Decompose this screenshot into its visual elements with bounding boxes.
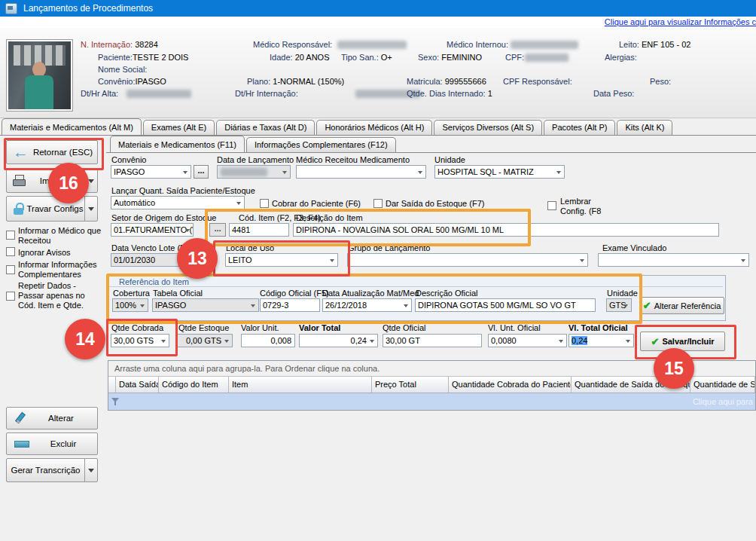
- column-data-saida[interactable]: Data Saída: [116, 377, 159, 393]
- data-lancamento-label: Data de Lançamento: [217, 155, 294, 164]
- imprimir-button[interactable]: Imprimir: [6, 169, 98, 193]
- vl-unt-oficial-combo[interactable]: 0,0080: [488, 334, 567, 347]
- redacted-value: [525, 53, 569, 62]
- grid-indicator-column: [108, 377, 116, 393]
- field-peso: Peso:: [650, 77, 671, 86]
- tab-exames[interactable]: Exames (Alt E): [143, 120, 215, 135]
- cobertura-label: Cobertura: [113, 289, 150, 298]
- descricao-item-input[interactable]: DIPIRONA - NOVALGINA SOL ORAL 500 MG/ML …: [293, 223, 719, 237]
- alterar-referencia-button[interactable]: ✔ Alterar Referência: [639, 297, 724, 314]
- tab-servicos-diversos[interactable]: Serviços Diversos (Alt S): [434, 120, 542, 135]
- lancar-quant-combo[interactable]: Automático: [111, 196, 245, 209]
- window-title: Lançamentos de Procedimentos: [23, 3, 153, 14]
- field-cpf-responsavel: CPF Responsável:: [503, 77, 572, 86]
- tab-materiais-medicamentos[interactable]: Materiais e Medicamentos (Alt M): [2, 118, 142, 135]
- column-preco-total[interactable]: Preço Total: [372, 377, 449, 393]
- column-item[interactable]: Item: [229, 377, 372, 393]
- convenio-combo[interactable]: IPASGO: [111, 165, 191, 179]
- inner-tab-strip: Materiais e Medicamentos (F11) Informaçõ…: [110, 137, 398, 152]
- cod-item-browse-button[interactable]: ...: [209, 223, 226, 237]
- data-vencto-input[interactable]: 01/01/2030: [111, 253, 181, 267]
- setor-combo[interactable]: 01.FATURAMENTO (VIR: [111, 223, 194, 237]
- vl-total-oficial-label: Vl. Total Oficial: [569, 323, 628, 332]
- data-atualizacao-combo[interactable]: 26/12/2018: [322, 298, 412, 312]
- qtde-oficial-input[interactable]: 30,00 GT: [383, 334, 482, 347]
- qtde-cobrada-combo[interactable]: 30,00 GTS: [111, 334, 169, 347]
- excluir-button[interactable]: Excluir: [6, 432, 98, 455]
- patient-photo: [6, 39, 73, 112]
- checkbox-cobrar-paciente[interactable]: [260, 199, 269, 208]
- checkbox-informar-complementares[interactable]: [6, 265, 15, 274]
- vl-total-oficial-combo[interactable]: 0,24: [569, 334, 634, 347]
- check-icon: ✔: [643, 300, 651, 311]
- tab-materiais-f11[interactable]: Materiais e Medicamentos (F11): [110, 136, 245, 152]
- valor-unit-input[interactable]: 0,008: [241, 334, 295, 347]
- checkbox-lembrar-config-label: Lembrar Config. (F8: [560, 197, 607, 216]
- checkbox-lembrar-config[interactable]: [547, 201, 556, 210]
- column-codigo-item[interactable]: Código do Item: [159, 377, 229, 393]
- tab-complementares-f12[interactable]: Informações Complementares (F12): [246, 137, 396, 152]
- checkbox-dar-saida-label: Dar Saída do Estoque (F7): [386, 199, 484, 208]
- grupo-lancamento-combo[interactable]: [347, 253, 588, 267]
- field-leito: Leito: ENF 105 - 02: [619, 40, 690, 49]
- medico-receitou-label: Médico Receitou Medicamento: [296, 155, 410, 164]
- tab-pacotes[interactable]: Pacotes (Alt P): [544, 120, 615, 135]
- gerar-transcricao-dropdown[interactable]: [84, 459, 97, 481]
- checkbox-ignorar-avisos[interactable]: [6, 247, 15, 256]
- field-sexo: Sexo: FEMININO: [418, 53, 482, 62]
- annotation-circle-14: 14: [65, 319, 105, 359]
- codigo-oficial-input[interactable]: 0729-3: [260, 298, 320, 312]
- items-grid: Arraste uma coluna aqui para agrupa-la. …: [108, 360, 756, 411]
- descricao-oficial-input[interactable]: DIPIRONA GOTAS 500 MG/ML SO VO GT: [415, 298, 596, 312]
- travar-dropdown[interactable]: [84, 197, 97, 221]
- field-plano: Plano: 1-NORMAL (150%): [247, 77, 344, 86]
- grupo-lancamento-label: Grupo de Lançamento: [348, 243, 430, 252]
- checkbox-informar-medico-label: Informar o Médico que Receitou: [18, 226, 102, 246]
- cobertura-combo[interactable]: 100%: [112, 298, 148, 312]
- salvar-incluir-button[interactable]: ✔ Salvar/Incluir: [640, 332, 725, 351]
- qtde-cobrada-label: Qtde Cobrada: [111, 323, 163, 332]
- travar-configs-button[interactable]: Travar Configs: [6, 196, 98, 222]
- column-qtd-cobrada-paciente[interactable]: Quantidade Cobrada do Paciente: [449, 377, 572, 393]
- field-matricula: Matricula: 999555666: [407, 77, 486, 86]
- gerar-transcricao-button[interactable]: Gerar Transcrição: [6, 458, 98, 482]
- valor-unit-label: Valor Unit.: [241, 323, 279, 332]
- medico-receitou-combo[interactable]: [296, 165, 426, 179]
- grid-group-bar[interactable]: Arraste uma coluna aqui para agrupa-la. …: [108, 361, 755, 377]
- checkbox-informar-complementares-label: Informar Informações Complementares: [18, 260, 102, 280]
- exame-vinculado-combo[interactable]: [598, 253, 749, 267]
- inner-tab-divider: [106, 152, 756, 153]
- field-tipo-san: Tipo San.: O+: [341, 53, 392, 62]
- app-icon: [5, 3, 17, 14]
- descricao-oficial-label: Descrição Oficial: [416, 289, 478, 298]
- checkbox-repetir-dados-label: Repetir Dados - Passar apenas no Cód. It…: [18, 281, 102, 310]
- tabela-oficial-label: Tabela Oficial: [153, 289, 203, 298]
- unidade-oficial-combo[interactable]: GTS: [606, 298, 632, 312]
- qtde-estoque-combo[interactable]: 0,00 GTS: [177, 334, 233, 347]
- local-uso-combo[interactable]: LEITO: [225, 253, 338, 267]
- grid-filter-row[interactable]: Clique aqui para: [108, 393, 755, 411]
- convenio-browse-button[interactable]: ...: [194, 165, 209, 179]
- tabela-oficial-combo[interactable]: IPASGO: [152, 298, 259, 312]
- column-qtd-sa[interactable]: Quantidade de Sa: [690, 377, 755, 393]
- checkbox-repetir-dados[interactable]: [6, 292, 15, 301]
- field-nome-social: Nome Social:: [98, 65, 147, 74]
- tab-diarias-taxas[interactable]: Diárias e Taxas (Alt D): [216, 120, 315, 135]
- valor-total-combo[interactable]: 0,24: [299, 334, 378, 347]
- tab-kits[interactable]: Kits (Alt K): [617, 120, 672, 135]
- lancar-quant-label: Lançar Quant. Saída Paciente/Estoque: [111, 186, 255, 195]
- checkbox-dar-saida[interactable]: [373, 199, 383, 208]
- view-info-link[interactable]: Clique aqui para visualizar Informações …: [605, 17, 756, 26]
- tab-honorarios-medicos[interactable]: Honorários Médicos (Alt H): [316, 120, 432, 135]
- unidade-combo[interactable]: HOSPITAL SQL - MATRIZ: [434, 165, 565, 179]
- retornar-button[interactable]: ← Retornar (ESC): [6, 140, 98, 164]
- alterar-button[interactable]: Alterar: [6, 407, 98, 429]
- cod-item-input[interactable]: 4481: [229, 223, 289, 237]
- referencia-title: Referência do Item: [119, 277, 189, 286]
- column-qtd-saida-estoque[interactable]: Quantidade de Saída do Estoque: [572, 377, 690, 393]
- check-icon: ✔: [651, 336, 660, 347]
- checkbox-informar-medico[interactable]: [6, 231, 15, 240]
- main-tab-strip: Materiais e Medicamentos (Alt M) Exames …: [2, 118, 674, 135]
- redacted-value: [127, 90, 191, 98]
- imprimir-dropdown[interactable]: [84, 170, 97, 192]
